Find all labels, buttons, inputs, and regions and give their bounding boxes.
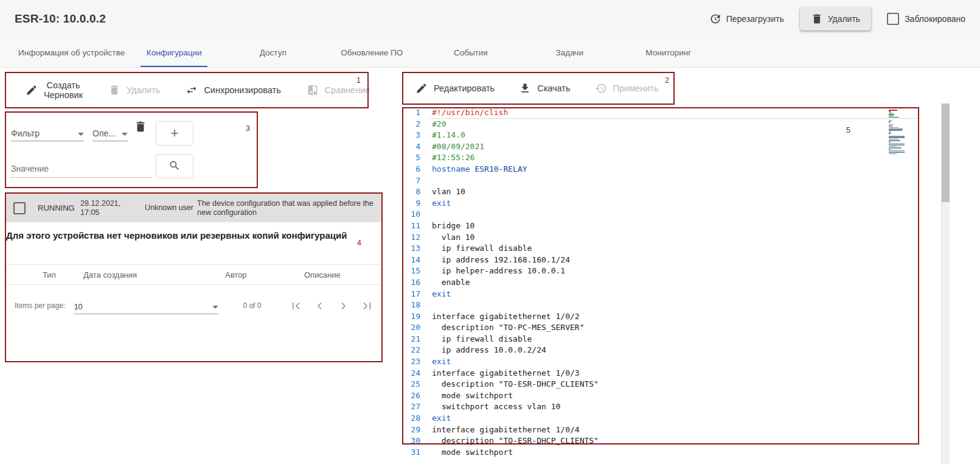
tab-6[interactable]: Задачи xyxy=(520,38,619,67)
delete-device-button[interactable]: Удалить xyxy=(800,7,871,30)
compare-label: Сравнение xyxy=(325,85,370,95)
config-author: Unknown user xyxy=(145,203,193,213)
paginator-nav xyxy=(289,299,374,313)
download-config-button[interactable]: Скачать xyxy=(519,82,570,94)
device-config-page: ESR-10: 10.0.0.2 Перезагрузить Удалить З… xyxy=(0,0,980,464)
line-number: 6 xyxy=(402,164,420,176)
tab-4[interactable]: Обновление ПО xyxy=(322,38,422,67)
apply-config-label: Применить xyxy=(613,83,659,93)
line-number: 2 xyxy=(402,119,420,131)
scrollbar-thumb[interactable] xyxy=(942,104,950,202)
chevron-down-icon xyxy=(212,306,218,309)
line-number: 1 xyxy=(402,108,420,119)
code-line: switchport access vlan 10 xyxy=(432,402,883,413)
line-number: 5 xyxy=(402,153,420,164)
code-line: interface gigabitethernet 1/0/4 xyxy=(432,425,883,437)
code-line: #1.14.0 xyxy=(432,130,883,142)
line-number: 20 xyxy=(402,323,420,334)
config-date: 28.12.2021, 17:05 xyxy=(80,199,141,217)
line-number: 31 xyxy=(402,448,420,459)
app-header: ESR-10: 10.0.0.2 Перезагрузить Удалить З… xyxy=(0,0,980,38)
sync-label: Синхронизировать xyxy=(204,85,280,95)
code-line: #!/usr/bin/clish xyxy=(432,108,883,119)
code-line: description "TO-ESR-DHCP_CLIENTS" xyxy=(432,436,883,448)
create-draft-button[interactable]: Создать Черновик xyxy=(26,80,83,100)
tab-bar: Информация об устройствеКонфигурацииДост… xyxy=(0,38,718,67)
line-number: 21 xyxy=(402,334,420,346)
edit-config-label: Редактировать xyxy=(434,83,495,93)
table-header-row: ТипДата созданияАвторОписание xyxy=(5,264,383,285)
compare-button[interactable]: Сравнение xyxy=(307,84,370,96)
apply-config-button[interactable]: Применить xyxy=(595,82,659,94)
last-page-button[interactable] xyxy=(360,299,374,313)
tab-7[interactable]: Мониторинг xyxy=(619,38,718,67)
locked-checkbox[interactable]: Заблокировано xyxy=(887,13,965,25)
reload-icon xyxy=(709,13,721,25)
line-number: 16 xyxy=(402,278,420,289)
code-line: ip address 192.168.160.1/24 xyxy=(432,255,883,267)
code-line: exit xyxy=(432,413,883,425)
add-filter-button[interactable]: + xyxy=(156,121,193,146)
search-button[interactable] xyxy=(156,154,193,178)
checkbox-icon xyxy=(887,13,899,25)
filter-operator-select[interactable]: Опе... xyxy=(92,125,128,141)
line-number: 23 xyxy=(402,357,420,368)
line-number: 24 xyxy=(402,368,420,380)
delete-config-label: Удалить xyxy=(127,85,160,95)
config-editor[interactable]: 1234567891011121314151617181920212223242… xyxy=(402,107,919,464)
previous-page-button[interactable] xyxy=(313,299,327,313)
config-list-toolbar: Создать Черновик Удалить Синхронизироват… xyxy=(5,72,369,108)
line-number: 13 xyxy=(402,244,420,255)
line-number: 14 xyxy=(402,255,420,267)
next-page-button[interactable] xyxy=(336,299,350,313)
delete-config-button[interactable]: Удалить xyxy=(108,84,160,96)
line-number: 17 xyxy=(402,289,420,301)
code-line: mode switchport xyxy=(432,391,883,402)
code-line: interface gigabitethernet 1/0/2 xyxy=(432,312,883,323)
line-number: 27 xyxy=(402,402,420,413)
editor-minimap[interactable] xyxy=(889,110,907,155)
line-number: 10 xyxy=(402,209,420,221)
remove-filter-button[interactable] xyxy=(134,120,147,133)
tab-5[interactable]: События xyxy=(422,38,521,67)
empty-drafts-message: Для этого устройства нет черновиков или … xyxy=(6,230,377,241)
code-line: description "TO-PC-MES_SERVER" xyxy=(432,323,883,334)
column-header: Описание xyxy=(304,270,383,279)
reload-device-button[interactable]: Перезагрузить xyxy=(709,13,784,25)
search-icon xyxy=(169,160,181,174)
compare-icon xyxy=(307,84,319,96)
running-config-row[interactable]: RUNNING 28.12.2021, 17:05 Unknown user T… xyxy=(5,194,383,222)
filter-panel: Фильтр Опе... + xyxy=(5,111,258,188)
first-page-button[interactable] xyxy=(289,299,303,313)
code-line: exit xyxy=(432,199,883,210)
reload-label: Перезагрузить xyxy=(726,14,784,24)
download-icon xyxy=(519,82,531,94)
line-number: 18 xyxy=(402,300,420,312)
tab-1[interactable]: Информация об устройстве xyxy=(18,38,125,67)
code-line: vlan 10 xyxy=(432,187,883,199)
sync-button[interactable]: Синхронизировать xyxy=(186,84,280,96)
column-header: Автор xyxy=(225,270,304,279)
page-range-label: 0 of 0 xyxy=(243,301,261,310)
editor-code[interactable]: #!/usr/bin/clish#20#1.14.0#08/09/2021#12… xyxy=(432,108,883,459)
filter-value-input[interactable] xyxy=(11,160,152,178)
line-number: 11 xyxy=(402,221,420,233)
line-number: 12 xyxy=(402,233,420,244)
filter-field-select[interactable]: Фильтр xyxy=(11,125,84,141)
line-number: 4 xyxy=(402,142,420,153)
tab-2[interactable]: Конфигурации xyxy=(125,38,224,67)
line-number: 26 xyxy=(402,391,420,402)
code-line: ip firewall disable xyxy=(432,334,883,346)
tab-3[interactable]: Доступ xyxy=(223,38,322,67)
line-number: 25 xyxy=(402,379,420,391)
line-number: 15 xyxy=(402,266,420,278)
page-size-select[interactable]: 10 xyxy=(74,298,218,314)
page-scrollbar[interactable] xyxy=(941,104,950,464)
code-line: #08/09/2021 xyxy=(432,142,883,153)
code-line: interface gigabitethernet 1/0/3 xyxy=(432,368,883,380)
row-checkbox[interactable] xyxy=(13,202,26,214)
code-line: exit xyxy=(432,357,883,368)
delete-label: Удалить xyxy=(828,14,860,24)
code-line: vlan 10 xyxy=(432,233,883,244)
edit-config-button[interactable]: Редактировать xyxy=(415,82,495,94)
